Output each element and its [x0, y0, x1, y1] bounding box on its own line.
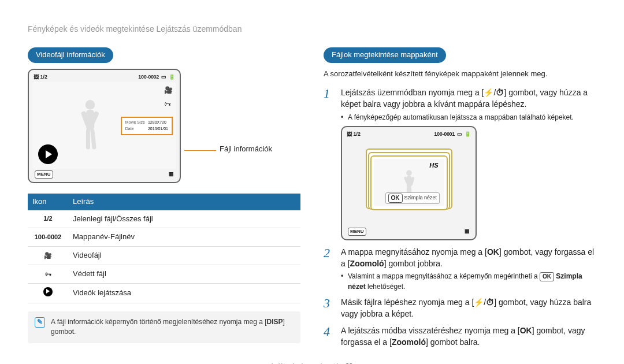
flash-icon: ⚡ — [474, 298, 484, 307]
leader-line — [184, 150, 216, 151]
table-row: 🎥 Videofájl — [28, 247, 300, 265]
step-2: 2 A mappa megnyitásához nyomja meg a [OK… — [324, 246, 596, 292]
file-info-callout: Fájl információk — [220, 144, 272, 155]
note-icon: ✎ — [35, 317, 45, 328]
th-desc: Leírás — [68, 194, 300, 210]
icon-legend-table: Ikon Leírás 1/2 Jelenlegi fájl/Összes fá… — [28, 194, 300, 303]
ok-icon: OK — [520, 326, 532, 335]
timer-icon: ⏱ — [496, 88, 504, 97]
step-number: 4 — [324, 325, 334, 348]
thumbnail-grid-icon[interactable]: ▦ — [169, 170, 174, 178]
video-icon: 🎥 — [44, 252, 52, 259]
page-footer: Lejátszás és szerkesztés 89 — [28, 362, 596, 364]
memory-icon: ▭ — [457, 131, 462, 138]
lock-icon: 🗝 — [45, 270, 51, 277]
step-4: 4 A lejátszás módba visszatéréshez nyomj… — [324, 325, 596, 348]
memory-icon: ▭ — [161, 73, 166, 81]
svg-point-6 — [406, 170, 412, 176]
th-icon: Ikon — [28, 194, 68, 210]
table-row: 1/2 Jelenlegi fájl/Összes fájl — [28, 210, 300, 228]
table-row: 🗝 Védett fájl — [28, 265, 300, 284]
cam-folder-file: 100-0001 — [434, 131, 455, 138]
silhouette-icon — [74, 98, 106, 153]
step-3: 3 Másik fájlra lépéshez nyomja meg a [⚡/… — [324, 296, 596, 320]
play-icon[interactable] — [38, 144, 58, 164]
timer-icon: ⏱ — [486, 298, 494, 307]
battery-icon: 🔋 — [169, 73, 175, 81]
cam-file-counter: 🖼 1/2 — [34, 73, 47, 81]
ok-badge-icon: OK — [540, 272, 554, 282]
table-row: Videók lejátszása — [28, 284, 300, 303]
svg-rect-5 — [90, 129, 96, 150]
battery-icon: 🔋 — [465, 131, 471, 138]
step-number: 2 — [324, 246, 334, 292]
section-pill-video-info: Videofájl információk — [28, 47, 113, 63]
menu-button[interactable]: MENU — [348, 228, 366, 236]
step-1: 1 Lejátszás üzemmódban nyomja meg a [⚡/⏱… — [324, 87, 596, 122]
left-column: Videofájl információk 🖼 1/2 100-0002 ▭ 🔋 — [28, 47, 300, 351]
intro-text: A sorozatfelvételként készített fényképe… — [324, 69, 596, 80]
flash-icon: ⚡ — [484, 88, 493, 97]
ok-icon: OK — [487, 247, 499, 257]
step-sub: Valamint a mappa megnyitásához a képerny… — [341, 272, 596, 292]
thumbnail-grid-icon[interactable]: ▦ — [465, 228, 470, 235]
step-number: 3 — [324, 296, 334, 320]
table-row: 100-0002 Mappanév-Fájlnév — [28, 228, 300, 247]
page-header: Fényképek és videók megtekintése Lejátsz… — [28, 23, 596, 35]
section-pill-folder-view: Fájlok megtekintése mappaként — [324, 47, 446, 63]
svg-rect-4 — [86, 129, 90, 150]
file-info-overlay: Movie Size1280X720 Date2013/01/01 — [121, 117, 173, 135]
step-number: 1 — [324, 87, 334, 122]
cam-folder-file: 100-0002 — [138, 73, 159, 81]
menu-button[interactable]: MENU — [35, 170, 53, 179]
hs-badge: HS — [429, 161, 438, 170]
lock-icon: 🗝 — [164, 99, 173, 109]
right-column: Fájlok megtekintése mappaként A sorozatf… — [324, 47, 596, 351]
camera-preview-video: 🖼 1/2 100-0002 ▭ 🔋 — [28, 69, 181, 183]
folder-stack: HS OK Szimpla nézet — [366, 148, 452, 217]
video-icon: 🎥 — [164, 86, 173, 95]
step-sub: A fényképezőgép automatikusan lejátssza … — [341, 113, 596, 122]
svg-point-0 — [85, 100, 95, 110]
simple-view-button[interactable]: OK Szimpla nézet — [385, 192, 440, 205]
cam-file-counter: 🖼 1/2 — [347, 131, 361, 138]
camera-preview-folder: 🖼 1/2 100-0001 ▭ 🔋 — [341, 126, 477, 240]
info-note: ✎ A fájl információk képernyőn történő m… — [28, 311, 300, 343]
